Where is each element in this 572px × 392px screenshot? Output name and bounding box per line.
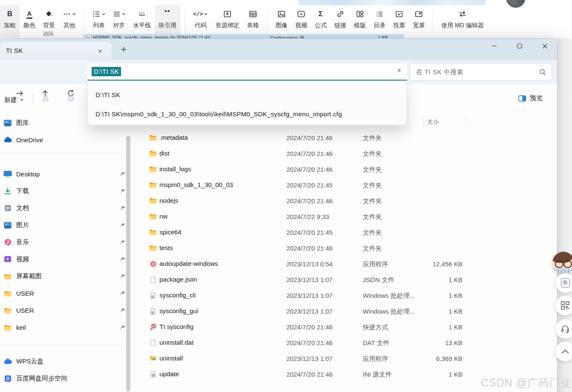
- formula-button[interactable]: Σ公式: [311, 5, 330, 37]
- sidebar-item-label: 下载: [16, 187, 29, 195]
- sidebar-item-user-2[interactable]: USER: [0, 302, 125, 319]
- toolbar-item-label: 表格: [247, 22, 259, 29]
- clear-icon[interactable]: ×: [397, 67, 401, 75]
- bold-button[interactable]: B加粗: [0, 5, 20, 37]
- file-row[interactable]: dist2024/7/20 21:46文件夹: [145, 146, 472, 162]
- file-row[interactable]: sysconfig_gui2023/12/13 1:07Windows 批处理.…: [145, 304, 472, 320]
- sidebar-scrollbar[interactable]: [126, 136, 130, 392]
- code-button[interactable]: </>代码: [189, 5, 211, 37]
- address-dropdown: D:\TI SKD:\TI SK\mspm0_sdk_1_30_00_03\to…: [87, 81, 407, 125]
- toolbar-item-label: 目录: [373, 22, 385, 29]
- toolbar-item-label: 列表: [93, 22, 105, 29]
- file-date: 2024/7/20 21:46: [286, 245, 332, 252]
- sidebar-item-screenshots[interactable]: 屏幕截图: [0, 268, 125, 285]
- address-suggestion[interactable]: D:\TI SK: [88, 86, 407, 104]
- hr-button[interactable]: 水平线: [129, 5, 155, 37]
- pin-icon: [119, 205, 126, 211]
- tab-close-icon[interactable]: ×: [95, 46, 105, 55]
- column-separator[interactable]: [423, 117, 423, 127]
- file-name: .metadata: [159, 134, 188, 141]
- back-to-top-button[interactable]: [555, 342, 572, 361]
- new-tab-button[interactable]: [118, 44, 129, 55]
- cut-icon[interactable]: [42, 95, 50, 102]
- watermark: CSDN @广药门徒: [481, 376, 572, 390]
- shortcut-gear-icon: S: [149, 323, 157, 331]
- vote-button[interactable]: 投票: [389, 5, 409, 37]
- videos-icon: [3, 256, 13, 262]
- coupon-button[interactable]: 券: [555, 273, 572, 293]
- file-row[interactable]: spice642024/7/20 21:45文件夹: [145, 225, 472, 241]
- md-switch-button[interactable]: 使用 MD 编辑器: [437, 5, 488, 37]
- link-button[interactable]: 链接: [330, 5, 350, 37]
- file-row[interactable]: sysconfig_cli2023/12/13 1:07Windows 批处理.…: [145, 288, 472, 304]
- pin-icon: [119, 324, 126, 331]
- sidebar-item-downloads[interactable]: 下载: [0, 182, 125, 199]
- folder-icon: [149, 150, 157, 156]
- tab-strip: TI SK ×: [0, 39, 557, 60]
- file-row[interactable]: uninstall.dat2024/7/20 21:46DAT 文件13 KB: [145, 335, 472, 351]
- list-button[interactable]: 列表: [89, 5, 109, 37]
- column-separator[interactable]: [466, 117, 466, 127]
- customer-service-button[interactable]: [555, 319, 572, 339]
- file-row[interactable]: nw2024/7/22 9:33文件夹: [145, 209, 472, 225]
- sidebar-item-pc[interactable]: [0, 387, 125, 392]
- sidebar-item-wps-cloud[interactable]: WPS云盘: [0, 353, 125, 370]
- sidebar-item-label: USER: [16, 307, 34, 314]
- file-row[interactable]: STI sysconfig2024/7/20 21:46快捷方式1 KB: [145, 320, 472, 335]
- toolbar-item-label: 视频: [295, 22, 307, 29]
- align-button[interactable]: 对齐: [109, 5, 129, 37]
- sidebar-item-videos[interactable]: 视频: [0, 251, 125, 268]
- qrcode-button[interactable]: [555, 296, 572, 315]
- user-avatar[interactable]: [506, 0, 526, 9]
- file-row[interactable]: Sautoupdate-windows2023/12/13 0:54应用程序12…: [145, 257, 472, 272]
- file-row[interactable]: update2024/7/20 21:46INI 源文件1 KB: [145, 367, 472, 383]
- widescreen-button[interactable]: 宽屏: [409, 5, 428, 37]
- address-bar[interactable]: D:\TI SK ×: [87, 63, 407, 81]
- new-label: 新建: [4, 96, 17, 104]
- sidebar-item-keil[interactable]: keil: [0, 319, 125, 336]
- sidebar-divider: [0, 153, 124, 153]
- file-icon: [149, 276, 157, 283]
- sidebar-item-onedrive[interactable]: OneDrive: [0, 131, 125, 148]
- toc-button[interactable]: 目录: [370, 5, 389, 37]
- explorer-tab[interactable]: TI SK ×: [0, 42, 112, 60]
- file-row[interactable]: package.json2023/12/13 1:07JSON 文件1 KB: [145, 272, 472, 288]
- sidebar-divider: [0, 345, 124, 345]
- sidebar-item-desktop[interactable]: Desktop: [0, 165, 125, 182]
- table-button[interactable]: 表格: [243, 5, 263, 37]
- toolbar-item-label: 对齐: [113, 22, 125, 29]
- sidebar-item-baidu-sync[interactable]: 百度网盘同步空间: [0, 370, 125, 387]
- file-row[interactable]: tests2024/7/20 21:46文件夹: [145, 241, 472, 257]
- maximize-button[interactable]: [510, 40, 529, 52]
- more-button[interactable]: 其他: [59, 5, 80, 37]
- image-button[interactable]: 图像: [272, 5, 291, 37]
- sidebar-item-user-1[interactable]: USER: [0, 285, 125, 302]
- font-color-button[interactable]: A颜色: [20, 5, 39, 37]
- toolbar-item-label: 其他: [64, 22, 75, 29]
- editor-toolbar: B加粗A颜色背景其他列表对齐水平线“块引用</>代码资源绑定表格图像视频Σ公式链…: [0, 0, 572, 39]
- file-row[interactable]: install_logs2024/7/20 21:46文件夹: [145, 162, 472, 178]
- minimize-button[interactable]: [485, 40, 504, 52]
- toolbar-item-label: 颜色: [23, 22, 35, 29]
- preview-button[interactable]: 预览: [518, 94, 543, 102]
- column-header-size[interactable]: 大小: [427, 118, 439, 126]
- assistant-avatar[interactable]: [552, 252, 572, 274]
- file-row[interactable]: uninstall2023/12/13 1:07应用程序6,369 KB: [145, 351, 472, 367]
- quote-button[interactable]: “块引用: [155, 5, 180, 37]
- sidebar-item-music[interactable]: 音乐: [0, 233, 125, 251]
- file-row[interactable]: mspm0_sdk_1_30_00_032024/7/20 21:45文件夹: [145, 178, 472, 193]
- sidebar-item-documents[interactable]: 文档: [0, 199, 125, 216]
- divider: [32, 94, 33, 105]
- video-button[interactable]: 视频: [291, 5, 311, 37]
- file-row[interactable]: nodejs2024/7/20 21:46文件夹: [145, 193, 472, 209]
- sidebar-item-label: 百度网盘同步空间: [16, 375, 67, 383]
- new-button[interactable]: 新建: [4, 93, 23, 106]
- template-button[interactable]: 模版: [350, 5, 370, 37]
- resource-button[interactable]: 资源绑定: [211, 5, 243, 37]
- file-row[interactable]: .metadata2024/7/20 21:46文件夹: [145, 130, 472, 146]
- sidebar-item-pictures[interactable]: 图片: [0, 216, 125, 233]
- address-suggestion[interactable]: D:\TI SK\mspm0_sdk_1_30_00_03\tools\keil…: [88, 105, 407, 123]
- copy-icon[interactable]: [67, 95, 75, 102]
- close-button[interactable]: [535, 40, 555, 52]
- search-input[interactable]: 在 TI SK 中搜索: [410, 63, 552, 81]
